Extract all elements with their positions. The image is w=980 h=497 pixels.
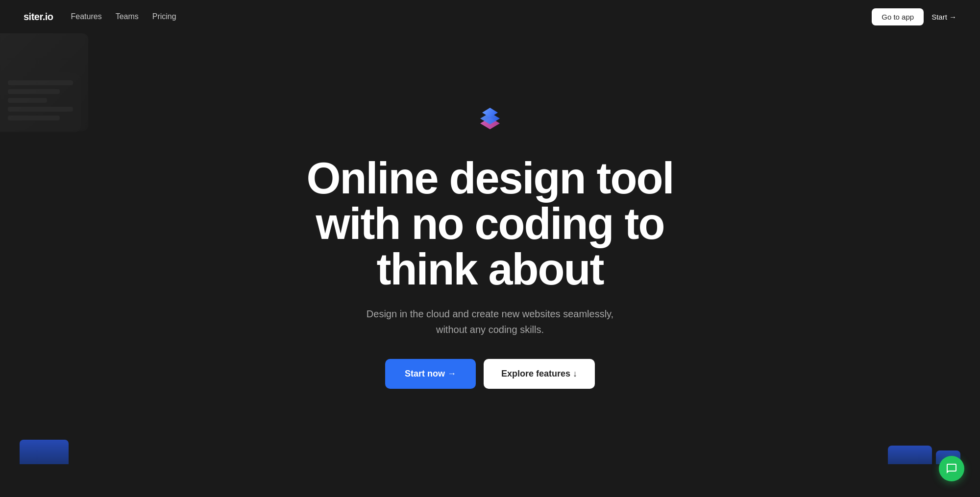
hero-section: Online design tool with no coding to thi… [0,33,980,464]
nav-item-features[interactable]: Features [71,12,101,21]
start-button[interactable]: Start → [931,13,956,21]
hero-buttons: Start now → Explore features ↓ [385,359,595,389]
bottom-left-deco [20,440,69,464]
chat-button[interactable] [939,456,964,481]
go-to-app-button[interactable]: Go to app [872,8,924,25]
side-panel-left [0,72,81,132]
explore-features-button[interactable]: Explore features ↓ [484,359,595,389]
nav-link-teams[interactable]: Teams [116,12,139,21]
logo[interactable]: siter.io [24,11,53,23]
nav-item-pricing[interactable]: Pricing [152,12,176,21]
deco-row [8,116,60,120]
deco-row [8,98,47,103]
hero-subtitle: Design in the cloud and create new websi… [363,306,617,337]
navbar: siter.io Features Teams Pricing Go to ap… [0,0,980,33]
hero-title: Online design tool with no coding to thi… [270,156,710,292]
brand-icon [470,99,510,138]
bottom-decorations [0,440,980,464]
deco-row [8,89,60,94]
nav-right: Go to app Start → [872,8,956,25]
nav-link-pricing[interactable]: Pricing [152,12,176,21]
nav-item-teams[interactable]: Teams [116,12,139,21]
deco-row [8,107,73,112]
bottom-right-deco-1 [888,446,932,464]
nav-left: siter.io Features Teams Pricing [24,11,176,23]
nav-link-features[interactable]: Features [71,12,101,21]
deco-row [8,80,73,85]
nav-links: Features Teams Pricing [71,12,176,21]
start-now-button[interactable]: Start now → [385,359,476,389]
